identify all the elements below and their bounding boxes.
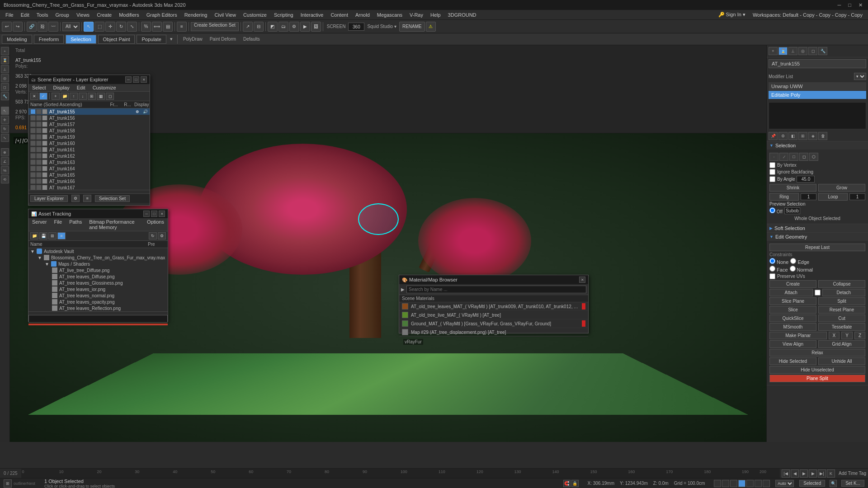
se-customize-menu[interactable]: Customize <box>89 84 120 91</box>
at-paths-menu[interactable]: Paths <box>66 218 85 231</box>
object-name-input[interactable] <box>769 59 866 68</box>
go-start-btn[interactable]: |◀ <box>782 469 790 478</box>
plane-split-btn[interactable]: Plane Split <box>769 375 865 382</box>
edit-geo-header[interactable]: ▼ Edit Geometry <box>767 233 868 241</box>
display-panel-icon[interactable]: ◻ <box>1 83 9 91</box>
hierarchy-icon[interactable]: ⊥ <box>788 47 797 55</box>
create-icon[interactable]: + <box>769 47 778 55</box>
menu-customize[interactable]: Customize <box>240 11 270 19</box>
at-file-1[interactable]: AT_tree leaves_Diffuse.png <box>50 273 168 280</box>
close-btn[interactable]: ✕ <box>857 2 864 8</box>
menu-arnold[interactable]: Arnold <box>352 11 373 19</box>
at-btn3[interactable]: ⊞ <box>48 232 57 239</box>
modify-panel-icon[interactable]: ⌛ <box>1 56 9 64</box>
tab-object-paint[interactable]: Object Paint <box>98 35 135 44</box>
slice-plane-btn[interactable]: Slice Plane <box>769 297 816 305</box>
menu-vray[interactable]: V-Ray <box>406 11 427 19</box>
at-maximize-btn[interactable]: □ <box>151 211 157 217</box>
tab-populate[interactable]: Populate <box>137 35 166 44</box>
bind-to-spacewarp[interactable]: 〰 <box>48 22 58 32</box>
pin-icon[interactable]: 📌 <box>769 132 778 140</box>
attach-btn[interactable]: Attach <box>769 289 813 296</box>
set-key-btn[interactable]: Set K... <box>841 480 864 487</box>
normal-radio[interactable] <box>790 266 796 272</box>
at-btn1[interactable]: 📁 <box>30 232 38 239</box>
selection-section-header[interactable]: ▼ Selection <box>767 141 868 150</box>
search-icon[interactable]: 🔍 <box>830 480 837 487</box>
view-align-btn[interactable]: View Align <box>769 340 816 348</box>
by-angle-check[interactable] <box>769 176 775 182</box>
at-hscrollbar[interactable] <box>28 311 168 314</box>
vertex-btn[interactable]: · <box>769 153 778 161</box>
display-settings-icon[interactable]: ◧ <box>788 132 797 140</box>
more-tabs-btn[interactable]: ▾ <box>168 35 175 43</box>
menu-graph-editors[interactable]: Graph Editors <box>143 11 181 19</box>
settings-icon[interactable]: ⚙ <box>778 132 788 140</box>
se-item-10[interactable]: AT_trunk165 <box>28 172 150 178</box>
motion-icon[interactable]: ◎ <box>798 47 807 55</box>
snap-lock-icon[interactable]: 🔒 <box>571 480 579 487</box>
se-item-7[interactable]: AT_trunk162 <box>28 153 150 159</box>
anim-btn3[interactable] <box>730 480 737 487</box>
mb-close-btn[interactable]: ✕ <box>579 277 585 283</box>
edge-radio[interactable] <box>790 258 796 264</box>
se-display-menu[interactable]: Display <box>50 84 73 91</box>
se-edit-menu[interactable]: Edit <box>73 84 89 91</box>
menu-3dground[interactable]: 3DGROUND <box>444 11 480 19</box>
se-item-11[interactable]: AT_trunk166 <box>28 178 150 184</box>
add-time-tag-label[interactable]: Add Time Tag <box>837 471 868 476</box>
make-planar-btn[interactable]: Make Planar <box>769 332 827 339</box>
menu-create[interactable]: Create <box>93 11 115 19</box>
ignore-backfacing-check[interactable] <box>769 169 775 175</box>
at-settings-btn[interactable]: ⚙ <box>158 232 166 239</box>
detach-btn[interactable]: Detach <box>822 289 866 296</box>
hide-unselected-btn[interactable]: Hide Unselected <box>769 366 865 374</box>
split-btn[interactable]: Split <box>818 297 865 305</box>
menu-civil-view[interactable]: Civil View <box>211 11 239 19</box>
se-folder-btn[interactable]: 📁 <box>61 93 69 100</box>
se-close-icon[interactable]: ✕ <box>30 93 38 100</box>
select-region-btn[interactable]: ⬚ <box>94 22 104 32</box>
modify-icon[interactable]: ⌛ <box>778 47 788 55</box>
loop-btn[interactable]: Loop <box>818 193 848 201</box>
display-icon[interactable]: ◻ <box>808 47 817 55</box>
hierarchy-panel-icon[interactable]: ⊥ <box>1 65 9 73</box>
at-maps-folder[interactable]: ▼ Maps / Shaders <box>43 261 168 267</box>
se-settings-icon[interactable]: ⚙ <box>71 195 80 202</box>
render-setup-btn[interactable]: ⚙ <box>289 22 299 32</box>
render-btn[interactable]: ▶ <box>300 22 310 32</box>
align-btn[interactable]: ▤ <box>163 22 173 32</box>
at-file-0[interactable]: AT_live_tree_Diffuse.png <box>50 267 168 273</box>
grow-btn[interactable]: Grow <box>818 184 865 192</box>
preview-subobj-input[interactable] <box>784 207 800 214</box>
go-end-btn[interactable]: ▶| <box>818 469 826 478</box>
se-minimize-btn[interactable]: ─ <box>125 76 132 83</box>
prev-frame-btn[interactable]: ◀ <box>791 469 799 478</box>
render-frame-btn[interactable]: 🖼 <box>311 22 321 32</box>
ring-input[interactable] <box>801 193 816 200</box>
se-down-btn[interactable]: ↓ <box>79 93 87 100</box>
se-item-0[interactable]: AT_trunk155 ⊕ 🔊 <box>28 108 150 115</box>
se-item-2[interactable]: AT_trunk157 <box>28 121 150 127</box>
anim-btn4[interactable] <box>738 480 745 487</box>
layer-mgr-btn[interactable]: ≡ <box>177 22 187 32</box>
polygon-btn[interactable]: ◻ <box>799 153 808 161</box>
at-minimize-btn[interactable]: ─ <box>143 211 150 217</box>
sign-in-btn[interactable]: 🔑 Sign In ▾ <box>715 11 749 19</box>
angle-snap-icon[interactable]: ∠ <box>1 157 9 165</box>
unlink-btn[interactable]: ⛓ <box>38 22 47 32</box>
grid-align-btn[interactable]: Grid Align <box>818 340 865 348</box>
repeat-last-btn[interactable]: Repeat Last <box>769 244 865 251</box>
se-item-6[interactable]: AT_trunk161 <box>28 146 150 153</box>
se-sort-btn[interactable]: ⊞ <box>88 93 96 100</box>
mb-mat-1[interactable]: AT_old_tree_live_MAT_( VRayMtl ) [AT_tre… <box>399 311 588 319</box>
se-item-5[interactable]: AT_trunk160 <box>28 140 150 146</box>
menu-content[interactable]: Content <box>327 11 352 19</box>
se-check-icon[interactable]: ✓ <box>39 93 47 100</box>
z-btn[interactable]: Z <box>854 332 865 339</box>
slice-btn[interactable]: Slice <box>769 306 816 314</box>
mat-editor-btn[interactable]: ◩ <box>268 22 278 32</box>
menu-rendering[interactable]: Rendering <box>181 11 211 19</box>
at-btn4[interactable]: ≡ <box>57 232 66 239</box>
anim-btn6[interactable] <box>755 480 762 487</box>
